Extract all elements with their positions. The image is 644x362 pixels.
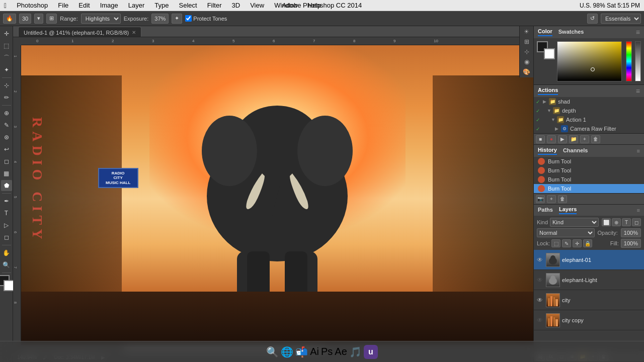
action-expand-crf[interactable]: ▶ [555, 126, 561, 131]
history-brush-tool[interactable]: ↩ [1, 144, 12, 155]
lock-transparent-btn[interactable]: ⬚ [551, 239, 560, 247]
fill-value[interactable]: 100% [621, 239, 641, 248]
range-select[interactable]: Highlights [81, 14, 121, 24]
history-row-1[interactable]: Burn Tool [534, 157, 644, 166]
healing-tool[interactable]: ⊕ [1, 108, 12, 119]
action-delete-btn[interactable]: 🗑 [591, 135, 600, 143]
menu-view[interactable]: View [248, 2, 266, 9]
shape-tool[interactable]: ◻ [1, 232, 12, 243]
rotate-view-btn[interactable]: ↺ [587, 14, 598, 24]
dock-icon-ai[interactable]: Ai [310, 346, 319, 357]
actions-panel-menu[interactable]: ≡ [636, 87, 640, 95]
gradient-tool[interactable]: ▦ [1, 168, 12, 179]
workspace-select[interactable]: Essentials [601, 14, 641, 24]
brush-preset-btn[interactable]: ⊞ [46, 14, 57, 24]
apple-logo[interactable]:  [4, 2, 7, 10]
action-new-action-btn[interactable]: + [580, 135, 589, 143]
action-row-depth[interactable]: ✓ ▼ 📁 depth [534, 106, 644, 115]
lock-position-btn[interactable]: ✛ [573, 239, 582, 247]
lock-all-btn[interactable]: 🔒 [583, 239, 592, 247]
layer-vis-elephant-light[interactable]: 👁 [536, 276, 544, 284]
dock-icon-ps[interactable]: Ps [321, 346, 333, 357]
action-record-btn[interactable]: ● [547, 135, 556, 143]
color-hue-bar[interactable] [626, 41, 632, 81]
tab-swatches[interactable]: Swatches [558, 29, 584, 36]
protect-tones-checkbox-label[interactable]: Protect Tones [185, 15, 227, 22]
canvas-tab-active[interactable]: Untitled-1 @ 141% (elephant-01, RGB/8/8)… [18, 27, 141, 37]
action-stop-btn[interactable]: ■ [536, 135, 545, 143]
layers-filter-adjust[interactable]: ⊕ [612, 218, 621, 226]
canvas-tab-close[interactable]: ✕ [132, 30, 136, 35]
brush-tool[interactable]: ✎ [1, 120, 12, 131]
layers-filter-shape[interactable]: ◻ [632, 218, 641, 226]
color-picker-dot[interactable] [591, 67, 595, 71]
exposure-value-btn[interactable]: 37% [151, 14, 169, 24]
tab-history[interactable]: History [538, 147, 557, 155]
dock-icon-ae[interactable]: Ae [335, 346, 347, 357]
menu-select[interactable]: Select [177, 2, 199, 9]
protect-tones-checkbox[interactable] [185, 15, 192, 22]
zoom-tool[interactable]: 🔍 [1, 259, 12, 270]
hand-tool[interactable]: ✋ [1, 247, 12, 258]
history-row-3[interactable]: Burn Tool [534, 175, 644, 184]
tab-actions[interactable]: Actions [538, 87, 558, 95]
layers-panel-menu[interactable]: ≡ [637, 207, 640, 213]
dock-icon-2[interactable]: 📬 [295, 346, 308, 358]
canvas-image[interactable]: RADIO CITY RADIOCITYMUSIC HALL [21, 45, 533, 352]
panel-icon-5[interactable]: 🎨 [523, 68, 530, 75]
layer-vis-city[interactable]: 👁 [536, 296, 544, 304]
action-expand-depth[interactable]: ▼ [547, 108, 553, 113]
opacity-value[interactable]: 100% [621, 228, 641, 237]
layers-kind-select[interactable]: Kind [550, 218, 599, 227]
layer-vis-elephant01[interactable]: 👁 [536, 256, 544, 264]
panel-icon-2[interactable]: ⊞ [524, 38, 529, 45]
canvas-content[interactable]: RADIO CITY RADIOCITYMUSIC HALL [21, 45, 533, 352]
brush-size-btn[interactable]: 30 [19, 14, 31, 24]
magic-wand-tool[interactable]: ✦ [1, 64, 12, 75]
lock-image-btn[interactable]: ✎ [562, 239, 571, 247]
clone-stamp-tool[interactable]: ⊛ [1, 132, 12, 143]
tab-channels[interactable]: Channels [563, 147, 588, 154]
menu-layer[interactable]: Layer [126, 2, 147, 9]
tool-preset-picker[interactable]: 🔥 [3, 14, 16, 24]
action-new-folder-btn[interactable]: 📁 [569, 135, 578, 143]
move-tool[interactable]: ✛ [1, 28, 12, 39]
pen-tool[interactable]: ✒ [1, 196, 12, 207]
marquee-tool[interactable]: ⬚ [1, 40, 12, 51]
history-row-4[interactable]: Burn Tool [534, 184, 644, 193]
text-tool[interactable]: T [1, 208, 12, 219]
color-opacity-bar[interactable] [635, 41, 641, 81]
lasso-tool[interactable]: ⌒ [1, 52, 12, 63]
dock-icon-1[interactable]: 🌐 [281, 346, 293, 358]
history-new-layer-btn[interactable]: + [547, 195, 556, 203]
menu-file[interactable]: File [56, 2, 70, 9]
brush-picker-btn[interactable]: ▾ [34, 14, 43, 24]
eyedropper-tool[interactable]: ✏ [1, 92, 12, 103]
background-swatch[interactable] [544, 48, 555, 59]
panel-icon-3[interactable]: ⊹ [524, 48, 529, 55]
layer-row-city[interactable]: 👁 city [534, 290, 644, 310]
burn-tool[interactable]: ⬟ [1, 180, 12, 191]
blend-mode-select[interactable]: Normal [537, 228, 595, 237]
history-new-snapshot-btn[interactable]: 📷 [536, 195, 545, 203]
action-expand-shad[interactable]: ▶ [543, 99, 549, 104]
layer-row-elephant-light[interactable]: 👁 elephant-Light [534, 270, 644, 290]
layers-filter-type[interactable]: T [622, 218, 631, 226]
action-row-crf[interactable]: ✓ ▶ ⚙ Camera Raw Filter [534, 124, 644, 133]
history-row-2[interactable]: Burn Tool [534, 166, 644, 175]
action-row-action1[interactable]: ✓ ▼ 📁 Action 1 [534, 115, 644, 124]
eraser-tool[interactable]: ◻ [1, 156, 12, 167]
menu-image[interactable]: Image [98, 2, 120, 9]
color-gradient-box[interactable] [557, 41, 622, 81]
panel-icon-4[interactable]: ◉ [524, 58, 529, 65]
layer-vis-city-copy[interactable]: 👁 [536, 316, 544, 324]
menu-photoshop[interactable]: Photoshop [15, 2, 50, 9]
dock-icon-udemy[interactable]: u [364, 345, 378, 359]
dock-icon-finder[interactable]: 🔍 [266, 346, 279, 358]
airbrush-btn[interactable]: ✦ [172, 14, 182, 24]
color-panel-menu[interactable]: ≡ [636, 28, 640, 36]
layer-row-city-copy[interactable]: 👁 city copy [534, 310, 644, 330]
tab-color[interactable]: Color [538, 28, 552, 36]
action-expand-action1[interactable]: ▼ [551, 117, 557, 122]
history-delete-btn[interactable]: 🗑 [558, 195, 567, 203]
